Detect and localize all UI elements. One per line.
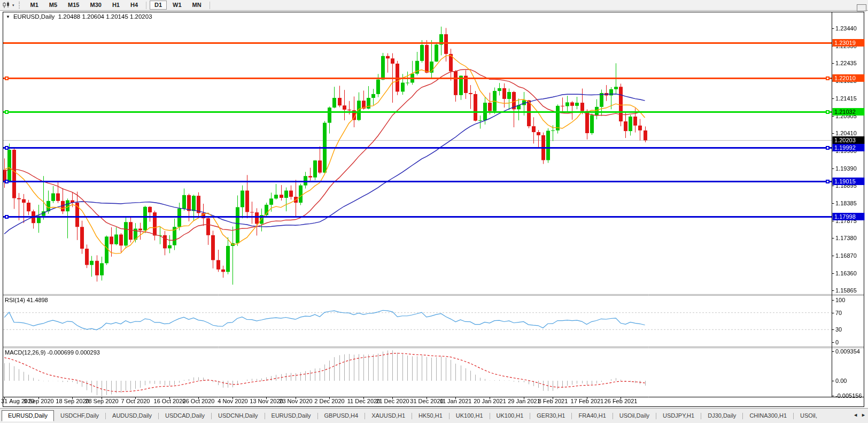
toolbar-separator xyxy=(146,2,146,9)
chart-tab-7[interactable]: XAUUSD,H1 xyxy=(365,410,412,421)
toolbar-grip[interactable] xyxy=(19,2,21,9)
ohlc-close: 1.20203 xyxy=(130,13,152,20)
tab-scroll-arrows: ◄ ► xyxy=(851,412,867,418)
ohlc-low: 1.20145 xyxy=(106,13,128,20)
ohlc-open: 1.20488 xyxy=(58,13,81,20)
timeframe-button-m1[interactable]: M1 xyxy=(26,1,43,10)
timeframe-button-mn[interactable]: MN xyxy=(188,1,206,10)
candlestick-chart-icon[interactable]: ▾ xyxy=(1,1,16,10)
top-toolbar: ▾ M1M5M15M30H1H4D1W1MN xyxy=(0,0,868,11)
chart-tab-4[interactable]: USDCNH,Daily xyxy=(212,410,265,421)
chart-tab-1[interactable]: USDCHF,Daily xyxy=(54,410,105,421)
chart-title: ▼EURUSD,Daily 1.20488 1.20604 1.20145 1.… xyxy=(6,13,152,20)
timeframe-button-d1[interactable]: D1 xyxy=(150,1,167,10)
chart-tab-17[interactable]: USOil, xyxy=(794,410,824,421)
chart-tab-3[interactable]: USDCAD,Daily xyxy=(159,410,211,421)
symbol-tab-bar: EURUSD,DailyUSDCHF,DailyAUDUSD,DailyUSDC… xyxy=(0,408,868,423)
timeframe-button-h4[interactable]: H4 xyxy=(126,1,143,10)
chart-tab-9[interactable]: UK100,H1 xyxy=(449,410,490,421)
timeframe-button-w1[interactable]: W1 xyxy=(168,1,187,10)
timeframe-button-m30[interactable]: M30 xyxy=(85,1,106,10)
chart-tab-5[interactable]: EURUSD,Daily xyxy=(265,410,317,421)
chart-tab-12[interactable]: FRA40,H1 xyxy=(572,410,612,421)
timeframe-button-h1[interactable]: H1 xyxy=(107,1,125,10)
chart-tab-10[interactable]: UK100,H1 xyxy=(490,410,530,421)
chart-tab-15[interactable]: DJ30,Daily xyxy=(701,410,742,421)
macd-main-value: -0.000699 xyxy=(47,349,74,356)
chart-tab-16[interactable]: CHINA300,H1 xyxy=(743,410,793,421)
rsi-indicator-label: RSI(14) 41.4898 xyxy=(5,297,48,303)
chart-window-box[interactable] xyxy=(857,4,866,11)
chart-tab-13[interactable]: USOil,Daily xyxy=(613,410,656,421)
chart-canvas[interactable] xyxy=(0,10,868,408)
ohlc-high: 1.20604 xyxy=(82,13,104,20)
symbol-tabs: EURUSD,DailyUSDCHF,DailyAUDUSD,DailyUSDC… xyxy=(0,410,868,421)
toolbar-separator xyxy=(210,2,210,9)
tab-scroll-left-icon[interactable]: ◄ xyxy=(853,412,858,418)
collapse-caret-icon[interactable]: ▼ xyxy=(6,14,10,19)
timeframe-button-group: M1M5M15M30H1H4D1W1MN xyxy=(25,1,207,10)
chart-tab-14[interactable]: USDJPY,H1 xyxy=(656,410,701,421)
chart-tab-2[interactable]: AUDUSD,Daily xyxy=(106,410,158,421)
timeframe-button-m15[interactable]: M15 xyxy=(63,1,84,10)
macd-signal-value: 0.000293 xyxy=(75,349,100,356)
tab-scroll-right-icon[interactable]: ► xyxy=(861,412,866,418)
chart-tab-11[interactable]: GER30,H1 xyxy=(530,410,571,421)
chart-tab-6[interactable]: GBPUSD,H4 xyxy=(318,410,365,421)
chart-type-dropdown-icon[interactable]: ▾ xyxy=(12,3,14,7)
chart-tab-8[interactable]: HK50,H1 xyxy=(412,410,449,421)
timeframe-button-m5[interactable]: M5 xyxy=(44,1,62,10)
rsi-value: 41.4898 xyxy=(27,297,48,303)
chart-tab-0[interactable]: EURUSD,Daily xyxy=(2,410,54,421)
macd-indicator-label: MACD(12,26,9) -0.000699 0.000293 xyxy=(5,349,100,356)
chart-symbol-label: EURUSD,Daily xyxy=(13,13,55,20)
